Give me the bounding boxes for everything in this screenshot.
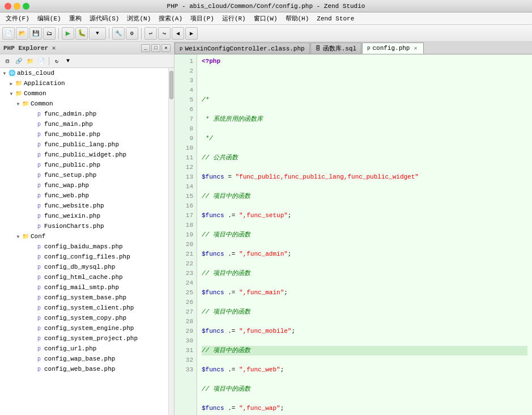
debug-button[interactable]: 🐛 xyxy=(75,27,88,40)
tree-item-config-sys-project[interactable]: ▶ p config_system_project.php xyxy=(0,333,168,344)
menu-help[interactable]: 帮助(H) xyxy=(282,13,313,24)
menubar: 文件(F) 编辑(E) 重构 源代码(S) 浏览(N) 搜索(A) 项目(P) … xyxy=(0,12,532,25)
refresh-tree-button[interactable]: ↻ xyxy=(52,56,62,66)
undo-button[interactable]: ↩ xyxy=(144,27,157,40)
tree-item-config-sys-engine[interactable]: ▶ p config_system_engine.php xyxy=(0,323,168,333)
tree-item-config-sys-base[interactable]: ▶ p config_system_base.php xyxy=(0,293,168,303)
tab-weixin-controller[interactable]: p WeixinConfigController.class.php xyxy=(175,43,310,54)
minimize-panel-button[interactable]: _ xyxy=(141,44,150,52)
view-menu-button[interactable]: ▼ xyxy=(63,56,73,66)
tree-item-func-public-lang[interactable]: ▶ p func_public_lang.php xyxy=(0,139,168,150)
tree-item-config-sys-client[interactable]: ▶ p config_system_client.php xyxy=(0,303,168,313)
php-icon-config-sys-client: p xyxy=(35,304,43,312)
minimize-button-macos[interactable] xyxy=(14,3,20,10)
new-folder-button[interactable]: 📁 xyxy=(25,56,35,66)
line-num-28: 28 xyxy=(178,317,193,327)
tree-item-func-wap[interactable]: ▶ p func_wap.php xyxy=(0,180,168,190)
tab-config-php[interactable]: p config.php ✕ xyxy=(362,43,424,54)
menu-window[interactable]: 窗口(W) xyxy=(250,13,281,24)
tab-functions-sql[interactable]: 🗄 函数库.sql xyxy=(310,43,361,54)
tree-item-config-wap[interactable]: ▶ p config_wap_base.php xyxy=(0,354,168,364)
php-icon-config-sys-engine: p xyxy=(35,324,43,332)
code-line-14: // 项目中的函数 xyxy=(202,307,527,317)
tree-item-func-web[interactable]: ▶ p func_web.php xyxy=(0,190,168,201)
tree-item-func-website[interactable]: ▶ p func_website.php xyxy=(0,201,168,211)
line-num-7: 7 xyxy=(178,115,193,124)
tree-item-func-public[interactable]: ▶ p func_public.php xyxy=(0,160,168,170)
php-icon-config-sys-base: p xyxy=(35,294,43,302)
line-numbers: 1 2 3 4 5 6 7 8 9 10 11 12 13 14 15 16 1… xyxy=(175,54,197,415)
tree-item-config-html[interactable]: ▶ p config_html_cache.php xyxy=(0,272,168,282)
tree-item-func-weixin[interactable]: ▶ p func_weixin.php xyxy=(0,211,168,221)
tree-item-abis-cloud[interactable]: ▼ 🌐 abis_cloud xyxy=(0,68,168,78)
tree-item-config-web[interactable]: ▶ p config_web_base.php xyxy=(0,364,168,374)
menu-refactor[interactable]: 重构 xyxy=(66,13,85,24)
tree-label-config-db: config_db_mysql.php xyxy=(44,264,115,270)
tree-item-func-mobile[interactable]: ▶ p func_mobile.php xyxy=(0,129,168,139)
tab-label-weixin: WeixinConfigController.class.php xyxy=(185,45,304,52)
menu-file[interactable]: 文件(F) xyxy=(2,13,33,24)
menu-navigate[interactable]: 浏览(N) xyxy=(124,13,154,24)
tree-item-func-public-widget[interactable]: ▶ p func_public_widget.php xyxy=(0,150,168,160)
redo-button[interactable]: ↪ xyxy=(158,27,171,40)
link-editor-button[interactable]: 🔗 xyxy=(14,56,24,66)
tree-item-config-url[interactable]: ▶ p config_url.php xyxy=(0,344,168,354)
tab-icon-weixin: p xyxy=(180,46,182,52)
tree-item-common-1[interactable]: ▼ 📁 Common xyxy=(0,88,168,99)
tree-item-func-admin[interactable]: ▶ p func_admin.php xyxy=(0,109,168,119)
toggle-common-1[interactable]: ▼ xyxy=(8,90,15,97)
tree-item-fusion-charts[interactable]: ▶ p FusionCharts.php xyxy=(0,221,168,231)
menu-zend-store[interactable]: Zend Store xyxy=(313,14,357,23)
left-panel-scrollbar[interactable] xyxy=(168,68,174,415)
code-line-8: // 项目中的函数 xyxy=(202,192,527,201)
line-num-24: 24 xyxy=(178,278,193,288)
back-button[interactable]: ◀ xyxy=(172,27,184,40)
run-button[interactable]: ▶ xyxy=(62,27,74,40)
menu-run[interactable]: 运行(R) xyxy=(219,13,249,24)
maximize-button-macos[interactable] xyxy=(23,3,29,10)
php-icon-func-public-lang: p xyxy=(35,141,43,149)
maximize-panel-button[interactable]: □ xyxy=(151,44,160,52)
toggle-func-admin: ▶ xyxy=(28,111,35,117)
tree-item-common-2[interactable]: ▼ 📁 Common xyxy=(0,99,168,109)
php-icon-func-website: p xyxy=(35,202,43,210)
open-file-button[interactable]: 📂 xyxy=(16,27,28,40)
tree-item-conf[interactable]: ▼ 📁 Conf xyxy=(0,231,168,242)
line-num-32: 32 xyxy=(178,355,193,365)
new-file-button[interactable]: 📄 xyxy=(2,27,15,40)
tree-item-config-sys-copy[interactable]: ▶ p config_system_copy.php xyxy=(0,313,168,323)
php-icon-config-files: p xyxy=(35,253,43,261)
collapse-all-button[interactable]: ⊟ xyxy=(2,56,12,66)
code-editor[interactable]: 1 2 3 4 5 6 7 8 9 10 11 12 13 14 15 16 1… xyxy=(175,54,532,415)
tab-close-config[interactable]: ✕ xyxy=(412,45,419,52)
menu-source[interactable]: 源代码(S) xyxy=(86,13,123,24)
tree-item-config-mail[interactable]: ▶ p config_mail_smtp.php xyxy=(0,282,168,293)
tree-item-config-files[interactable]: ▶ p config_config_files.php xyxy=(0,252,168,262)
save-button[interactable]: 💾 xyxy=(29,27,42,40)
save-all-button[interactable]: 🗂 xyxy=(43,27,56,40)
line-num-11: 11 xyxy=(178,153,193,163)
line-num-19: 19 xyxy=(178,230,193,240)
menu-project[interactable]: 项目(P) xyxy=(187,13,218,24)
run-config-button[interactable]: ▼ xyxy=(89,27,106,40)
toggle-common-2[interactable]: ▼ xyxy=(15,100,22,107)
menu-edit[interactable]: 编辑(E) xyxy=(34,13,65,24)
tools-button[interactable]: 🔧 xyxy=(112,27,125,40)
tree-item-func-setup[interactable]: ▶ p func_setup.php xyxy=(0,170,168,180)
file-tree: ▼ 🌐 abis_cloud ▶ 📁 Application ▼ 📁 xyxy=(0,68,168,374)
toggle-conf[interactable]: ▼ xyxy=(15,233,22,240)
tree-item-application[interactable]: ▶ 📁 Application xyxy=(0,78,168,88)
toggle-abis-cloud[interactable]: ▼ xyxy=(1,70,8,77)
close-panel-button[interactable]: ✕ xyxy=(161,44,171,52)
forward-button[interactable]: ▶ xyxy=(185,27,198,40)
scrollbar-thumb[interactable] xyxy=(169,71,173,99)
code-content[interactable]: <?php /* * 系统所用的函数库 */ // 公共函数 $funcs = … xyxy=(197,54,532,415)
close-button-macos[interactable] xyxy=(5,3,11,10)
tree-item-func-main[interactable]: ▶ p func_main.php xyxy=(0,119,168,129)
tree-item-config-baidu[interactable]: ▶ p config_baidu_maps.php xyxy=(0,242,168,252)
menu-search[interactable]: 搜索(A) xyxy=(155,13,186,24)
settings-button[interactable]: ⚙ xyxy=(126,27,138,40)
tree-item-config-db[interactable]: ▶ p config_db_mysql.php xyxy=(0,262,168,272)
new-file-tree-button[interactable]: 📄 xyxy=(36,56,46,66)
toggle-application[interactable]: ▶ xyxy=(8,80,15,87)
